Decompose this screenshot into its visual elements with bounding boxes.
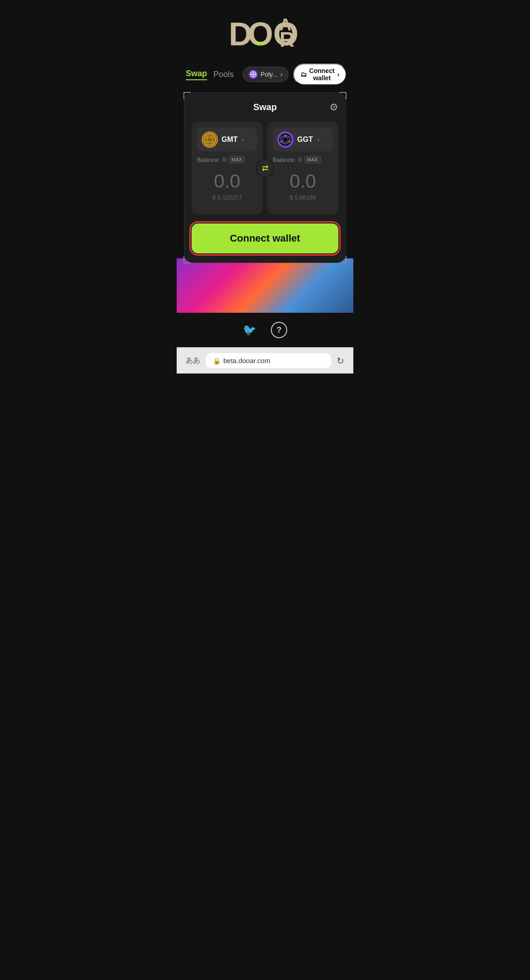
help-icon: ? xyxy=(277,325,282,335)
corner-decoration-tl xyxy=(183,92,191,99)
chevron-icon: › xyxy=(337,71,340,78)
refresh-button[interactable]: ↻ xyxy=(337,355,344,366)
help-button[interactable]: ? xyxy=(271,322,287,338)
network-label: Poly... xyxy=(260,71,278,78)
logo: D OO A R xyxy=(229,15,301,53)
token-to-chevron: › xyxy=(318,136,319,143)
swap-title-row: Swap ⚙ xyxy=(192,102,338,112)
token-pair-row: GMT › Balance: 0 MAX 0.0 $ 0.123207 ⇄ xyxy=(192,121,338,214)
max-button-to[interactable]: MAX xyxy=(304,156,321,163)
swap-card: Swap ⚙ xyxy=(184,92,346,263)
token-from-chevron: › xyxy=(242,136,244,143)
corner-decoration-br xyxy=(339,256,347,263)
token-from-amount[interactable]: 0.0 xyxy=(197,170,257,192)
max-button-from[interactable]: MAX xyxy=(229,156,245,163)
token-from-selector[interactable]: GMT › xyxy=(197,128,257,151)
balance-label-from: Balance: xyxy=(197,156,220,163)
token-from-card: GMT › Balance: 0 MAX 0.0 $ 0.123207 xyxy=(192,121,263,214)
nav-pools[interactable]: Pools xyxy=(213,70,234,79)
url-text: beta.dooar.com xyxy=(223,357,270,364)
balance-value-to: 0 xyxy=(299,156,302,163)
background-image xyxy=(177,258,353,313)
balance-label-to: Balance: xyxy=(273,156,296,163)
browser-bar: ああ 🔒 beta.dooar.com ↻ xyxy=(177,347,353,374)
network-icon xyxy=(249,70,258,79)
swap-panel-title: Swap xyxy=(253,102,277,112)
lock-icon: 🔒 xyxy=(213,357,221,364)
header: D OO A R xyxy=(177,0,353,60)
svg-rect-4 xyxy=(255,42,265,44)
nav-swap[interactable]: Swap xyxy=(186,69,207,80)
token-to-name: GGT xyxy=(297,136,313,144)
url-bar[interactable]: 🔒 beta.dooar.com xyxy=(206,353,331,368)
token-from-name: GMT xyxy=(222,136,238,144)
wallet-icon: 🗂 xyxy=(300,71,307,78)
token-to-amount[interactable]: 0.0 xyxy=(273,170,333,192)
network-selector[interactable]: Poly... › xyxy=(243,67,289,82)
svg-rect-9 xyxy=(208,136,211,137)
token-to-selector[interactable]: GGT › xyxy=(273,128,333,151)
svg-rect-11 xyxy=(206,138,207,141)
token-to-balance: Balance: 0 MAX xyxy=(273,156,333,163)
swap-arrows-icon: ⇄ xyxy=(262,163,269,173)
corner-decoration-bl xyxy=(183,256,191,263)
navbar: Swap Pools Poly... › 🗂 Connect wallet › xyxy=(177,60,353,92)
connect-wallet-nav-button[interactable]: 🗂 Connect wallet › xyxy=(293,63,347,85)
balance-value-from: 0 xyxy=(223,156,226,163)
network-chevron: › xyxy=(280,71,283,78)
ggt-icon xyxy=(277,131,294,148)
footer: 🐦 ? xyxy=(177,313,353,347)
browser-lang[interactable]: ああ xyxy=(186,356,200,365)
gmt-icon xyxy=(202,131,218,148)
token-to-card: GGT › Balance: 0 MAX 0.0 $ 5.66188 xyxy=(267,121,338,214)
twitter-icon[interactable]: 🐦 xyxy=(243,324,256,336)
token-from-usd: $ 0.123207 xyxy=(197,194,257,201)
token-from-balance: Balance: 0 MAX xyxy=(197,156,257,163)
swap-card-wrapper: Swap ⚙ xyxy=(177,92,353,263)
connect-wallet-main-button[interactable]: Connect wallet xyxy=(192,223,338,253)
swap-direction-button[interactable]: ⇄ xyxy=(255,159,275,178)
svg-text:R: R xyxy=(279,28,294,51)
svg-rect-12 xyxy=(212,138,214,141)
svg-rect-10 xyxy=(208,142,211,144)
token-to-usd: $ 5.66188 xyxy=(273,194,333,201)
svg-point-8 xyxy=(207,137,212,142)
settings-icon[interactable]: ⚙ xyxy=(329,102,338,113)
corner-decoration-tr xyxy=(339,92,347,99)
